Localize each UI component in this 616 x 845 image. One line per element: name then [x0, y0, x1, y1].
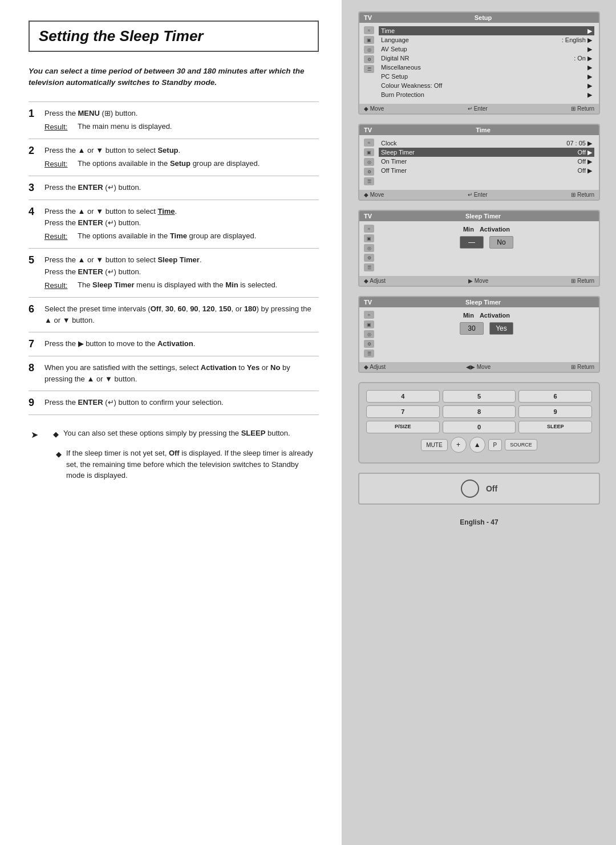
tv-footer-enter-2: ↵ Enter [468, 192, 488, 198]
remote-btn-psize[interactable]: P/SIZE [366, 421, 440, 433]
tv-icon-2d: ⚙ [364, 168, 374, 176]
tv-screen-sleep1: TV Sleep Timer ≈ ▣ ◎ ⚙ ☰ Min Activation [358, 210, 600, 287]
step-4: 4 Press the ▲ or ▼ button to select Time… [29, 200, 319, 249]
tv-header-time: TV Time [359, 125, 599, 135]
moon-svg [464, 482, 476, 495]
remote-btn-0[interactable]: 0 [443, 421, 516, 433]
remote-btn-sleep[interactable]: SLEEP [518, 421, 592, 433]
result-label: Result: [44, 121, 74, 133]
step-content-6: Select the preset time intervals (Off, 3… [44, 297, 319, 332]
activation-label-1: Activation [480, 226, 510, 233]
tv-header-setup: TV Setup [359, 13, 599, 23]
tv-menu-row-clock: Clock 07 : 05 ▶ [379, 139, 594, 148]
sleep-content-2: Min Activation 30 Yes [379, 311, 594, 335]
tv-footer-time: ◆ Move ↵ Enter ⊞ Return [359, 190, 599, 200]
step-1-result: The main menu is displayed. [78, 121, 172, 133]
step-num-9: 9 [29, 391, 44, 415]
tv-menu-row-misc: Miscellaneous ▶ [379, 63, 594, 72]
tv-icon-1c: ◎ [364, 46, 374, 54]
tv-header-title-3: Sleep Timer [465, 213, 501, 220]
min-label-2: Min [463, 312, 474, 319]
tv-icon-2e: ☰ [364, 177, 374, 185]
tv-menu-row-time: Time ▶ [379, 26, 594, 35]
sleep-icon-4d: ⚙ [364, 340, 374, 348]
tv-header-left-2: TV [364, 127, 372, 133]
tv-menu-row-language: Language : English ▶ [379, 35, 594, 44]
note-2-text: If the sleep timer is not yet set, Off i… [66, 448, 319, 481]
tv-menu-row-burn: Burn Protection ▶ [379, 90, 594, 99]
remote-row-controls: MUTE + ▲ P SOURCE [366, 437, 592, 453]
sleep-icon-4a: ≈ [364, 311, 374, 319]
tv-icon-1e: ☰ [364, 65, 374, 73]
tv-footer-enter-1: ↵ Enter [468, 105, 488, 112]
tv-header-title-4: Sleep Timer [465, 299, 501, 306]
remote-p[interactable]: P [488, 439, 502, 451]
sleep-icon-3c: ◎ [364, 244, 374, 252]
tv-header-title-1: Setup [475, 14, 492, 21]
step-2: 2 Press the ▲ or ▼ button to select Setu… [29, 139, 319, 176]
title-box: Setting the Sleep Timer [29, 21, 319, 52]
page-number: English - 47 [358, 518, 600, 526]
tv-menu-row-avsetup: AV Setup ▶ [379, 44, 594, 54]
step-1: 1 Press the MENU (⊞) button. Result: The… [29, 101, 319, 139]
remote-btn-7[interactable]: 7 [366, 405, 440, 418]
tv-body-time: ≈ ▣ ◎ ⚙ ☰ Clock 07 : 05 ▶ Sleep Timer Of… [359, 135, 599, 190]
tv-header-title-2: Time [476, 127, 490, 133]
tv-icon-1b: ▣ [364, 36, 374, 44]
tv-body-setup: ≈ ▣ ◎ ⚙ ☰ Time ▶ Language : English ▶ [359, 23, 599, 104]
tv-footer-adjust-1: ◆ Adjust [364, 278, 386, 284]
intro-text: You can select a time period of between … [29, 66, 319, 89]
tv-footer-setup: ◆ Move ↵ Enter ⊞ Return [359, 104, 599, 113]
step-content-7: Press the ▶ button to move to the Activa… [44, 332, 319, 356]
step-4-instruction: Press the ▲ or ▼ button to select Time. [44, 207, 177, 216]
tv-icon-2b: ▣ [364, 148, 374, 156]
min-value-1: — [460, 236, 484, 249]
step-content-5: Press the ▲ or ▼ button to select Sleep … [44, 249, 319, 297]
tv-footer-sleep1: ◆ Adjust ▶ Move ⊞ Return [359, 276, 599, 286]
step-6: 6 Select the preset time intervals (Off,… [29, 297, 319, 332]
step-num-6: 6 [29, 297, 44, 332]
tv-footer-sleep2: ◆ Adjust ◀▶ Move ⊞ Return [359, 362, 599, 372]
note-1: ➤ ◆ You can also set these options simpl… [31, 428, 319, 442]
tv-footer-move-1: ◆ Move [364, 105, 384, 112]
remote-plus[interactable]: + [451, 437, 467, 453]
step-num-5: 5 [29, 249, 44, 297]
left-panel: Setting the Sleep Timer You can select a… [0, 0, 342, 845]
result-label: Result: [44, 231, 74, 242]
step-5: 5 Press the ▲ or ▼ button to select Slee… [29, 249, 319, 297]
sleep-icons-4: ≈ ▣ ◎ ⚙ ☰ [364, 311, 374, 358]
sleep-icon-3a: ≈ [364, 225, 374, 233]
remote-btn-5[interactable]: 5 [443, 390, 516, 403]
tv-icon-2a: ≈ [364, 139, 374, 147]
note-1-text: You can also set these options simply by… [63, 428, 290, 439]
page: Setting the Sleep Timer You can select a… [0, 0, 616, 845]
tv-footer-return-1: ⊞ Return [571, 105, 594, 112]
step-content-8: When you are satisfied with the settings… [44, 356, 319, 391]
step-7: 7 Press the ▶ button to move to the Acti… [29, 332, 319, 356]
note-arrow-icon: ➤ [31, 428, 38, 442]
sleep-icon-3e: ☰ [364, 263, 374, 271]
min-value-2: 30 [460, 322, 484, 335]
step-num-1: 1 [29, 101, 44, 139]
remote-btn-6[interactable]: 6 [518, 390, 592, 403]
remote-up[interactable]: ▲ [469, 437, 485, 453]
step-9: 9 Press the ENTER (↵) button to confirm … [29, 391, 319, 415]
sleep-values-2: 30 Yes [379, 322, 594, 335]
activation-value-2: Yes [489, 322, 513, 335]
tv-screen-sleep2: TV Sleep Timer ≈ ▣ ◎ ⚙ ☰ Min Activation [358, 296, 600, 373]
remote-mute[interactable]: MUTE [421, 439, 447, 451]
sleep-table-header-1: Min Activation [379, 225, 594, 234]
tv-menu-row-colour: Colour Weakness: Off ▶ [379, 81, 594, 90]
tv-body-sleep1: ≈ ▣ ◎ ⚙ ☰ Min Activation — No [359, 221, 599, 276]
remote-number-buttons: 4 5 6 7 8 9 P/SIZE 0 SLEEP [366, 390, 592, 433]
remote-btn-8[interactable]: 8 [443, 405, 516, 418]
sleep-table-header-2: Min Activation [379, 311, 594, 320]
remote-source[interactable]: SOURCE [505, 439, 537, 450]
tv-menu-row-pcsetup: PC Setup ▶ [379, 72, 594, 81]
right-panel: TV Setup ≈ ▣ ◎ ⚙ ☰ Time ▶ [342, 0, 616, 845]
tv-menu-row-ontimer: On Timer Off ▶ [379, 157, 594, 166]
remote-btn-4[interactable]: 4 [366, 390, 440, 403]
page-title: Setting the Sleep Timer [39, 27, 309, 45]
tv-header-sleep2: TV Sleep Timer [359, 297, 599, 307]
remote-btn-9[interactable]: 9 [518, 405, 592, 418]
